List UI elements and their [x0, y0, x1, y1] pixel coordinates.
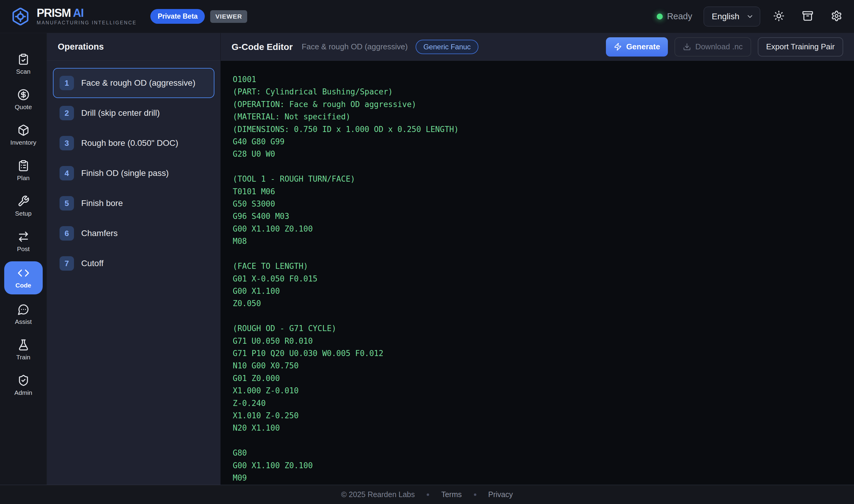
dollar-circle-icon	[17, 89, 30, 101]
sidebar-label: Scan	[16, 68, 31, 75]
sidebar-label: Quote	[15, 104, 32, 111]
brand-subtitle: MANUFACTURING INTELLIGENCE	[37, 20, 137, 25]
operation-number-badge: 7	[59, 256, 74, 271]
sidebar-label: Assist	[15, 318, 32, 325]
download-nc-button[interactable]: Download .nc	[674, 37, 751, 56]
app-root: PRISM AI MANUFACTURING INTELLIGENCE Priv…	[0, 0, 854, 504]
clipboard-list-icon	[17, 160, 30, 172]
sidebar-nav: Scan Quote Inventory Plan Setup Post	[0, 33, 47, 485]
settings-button[interactable]	[830, 10, 843, 23]
operation-number-badge: 1	[59, 76, 74, 90]
sidebar-item-quote[interactable]: Quote	[0, 82, 47, 117]
operation-number-badge: 2	[59, 106, 74, 120]
clipboard-check-icon	[17, 53, 30, 65]
editor-actions: Generate Download .nc Export Training Pa…	[606, 37, 843, 56]
prism-logo-icon	[11, 7, 30, 26]
chevron-down-icon	[746, 13, 754, 20]
operation-item-7[interactable]: 7 Cutoff	[53, 248, 214, 278]
brand-text: PRISM	[37, 6, 71, 19]
sun-icon	[773, 10, 784, 22]
operation-number-badge: 5	[59, 196, 74, 211]
operation-number-badge: 6	[59, 226, 74, 240]
operations-title: Operations	[58, 42, 104, 52]
theme-toggle-button[interactable]	[772, 10, 785, 23]
gcode-editor-header: G-Code Editor Face & rough OD (aggressiv…	[221, 33, 854, 61]
generate-label: Generate	[626, 42, 660, 51]
operation-label: Cutoff	[81, 258, 104, 268]
top-bar: PRISM AI MANUFACTURING INTELLIGENCE Priv…	[0, 0, 854, 33]
footer-separator-dot	[474, 493, 476, 496]
gcode-editor-body[interactable]: O1001 (PART: Cylindrical Bushing/Spacer)…	[221, 61, 854, 485]
sidebar-item-code[interactable]: Code	[4, 261, 43, 294]
sidebar-label: Train	[16, 354, 30, 361]
sidebar-item-inventory[interactable]: Inventory	[0, 117, 47, 153]
sidebar-item-post[interactable]: Post	[0, 224, 47, 259]
status-label: Ready	[667, 12, 692, 21]
export-training-pair-button[interactable]: Export Training Pair	[758, 37, 843, 56]
brand-block: PRISM AI MANUFACTURING INTELLIGENCE	[37, 7, 137, 26]
operation-item-3[interactable]: 3 Rough bore (0.050" DOC)	[53, 128, 214, 158]
editor-title: G-Code Editor	[232, 42, 293, 52]
export-label: Export Training Pair	[766, 42, 835, 51]
operation-label: Chamfers	[81, 229, 117, 238]
wrench-icon	[17, 195, 30, 207]
sidebar-item-plan[interactable]: Plan	[0, 153, 47, 188]
download-icon	[683, 43, 691, 51]
sidebar-label: Code	[15, 282, 31, 289]
operations-header: Operations	[47, 33, 220, 61]
brand-name: PRISM AI	[37, 7, 137, 19]
status-dot	[657, 14, 663, 20]
gcode-editor-panel: G-Code Editor Face & rough OD (aggressiv…	[221, 33, 854, 485]
copyright-text: © 2025 Rearden Labs	[341, 490, 415, 499]
sidebar-label: Setup	[15, 210, 32, 217]
gear-icon	[831, 10, 842, 22]
operation-item-2[interactable]: 2 Drill (skip center drill)	[53, 98, 214, 128]
sidebar-item-setup[interactable]: Setup	[0, 188, 47, 224]
code-brackets-icon	[17, 267, 30, 279]
operation-label: Face & rough OD (aggressive)	[81, 78, 196, 88]
lightning-icon	[614, 43, 622, 51]
page-footer: © 2025 Rearden Labs Terms Privacy	[0, 485, 854, 504]
sidebar-label: Plan	[17, 175, 30, 182]
operation-number-badge: 4	[59, 166, 74, 180]
operation-item-6[interactable]: 6 Chamfers	[53, 218, 214, 248]
private-beta-badge: Private Beta	[150, 9, 205, 24]
gcode-content[interactable]: O1001 (PART: Cylindrical Bushing/Spacer)…	[233, 73, 842, 484]
sidebar-label: Post	[17, 246, 30, 253]
operation-label: Finish OD (single pass)	[81, 168, 169, 178]
terms-link[interactable]: Terms	[441, 490, 461, 499]
sidebar-item-train[interactable]: Train	[0, 332, 47, 367]
editor-subtitle: Face & rough OD (aggressive)	[302, 42, 408, 51]
transfer-arrows-icon	[17, 231, 30, 243]
operation-item-1[interactable]: 1 Face & rough OD (aggressive)	[53, 68, 214, 98]
operation-number-badge: 3	[59, 136, 74, 150]
operation-item-4[interactable]: 4 Finish OD (single pass)	[53, 158, 214, 188]
sidebar-item-scan[interactable]: Scan	[0, 46, 47, 82]
download-label: Download .nc	[695, 42, 743, 51]
footer-separator-dot	[427, 493, 429, 496]
sidebar-label: Admin	[15, 389, 33, 396]
language-select[interactable]: English	[704, 6, 760, 26]
operations-panel: Operations 1 Face & rough OD (aggressive…	[47, 33, 221, 485]
operation-item-5[interactable]: 5 Finish bore	[53, 188, 214, 218]
flask-icon	[17, 339, 30, 351]
sidebar-item-admin[interactable]: Admin	[0, 367, 47, 403]
main-area: Scan Quote Inventory Plan Setup Post	[0, 33, 854, 485]
language-value: English	[712, 12, 740, 21]
sidebar-item-assist[interactable]: Assist	[0, 296, 47, 332]
archive-button[interactable]	[801, 10, 814, 23]
brand-accent-text: AI	[73, 6, 84, 19]
sidebar-label: Inventory	[10, 139, 36, 146]
dialect-badge: Generic Fanuc	[416, 40, 478, 54]
operation-label: Rough bore (0.050" DOC)	[81, 138, 178, 148]
operation-label: Drill (skip center drill)	[81, 108, 160, 118]
privacy-link[interactable]: Privacy	[488, 490, 513, 499]
box-icon	[17, 124, 30, 136]
shield-check-icon	[17, 374, 30, 386]
top-bar-right: Ready English	[657, 6, 843, 26]
operations-list: 1 Face & rough OD (aggressive) 2 Drill (…	[47, 61, 220, 286]
status-indicator: Ready	[657, 12, 692, 21]
viewer-badge: VIEWER	[210, 10, 247, 23]
generate-button[interactable]: Generate	[606, 37, 668, 56]
archive-icon	[802, 10, 813, 22]
